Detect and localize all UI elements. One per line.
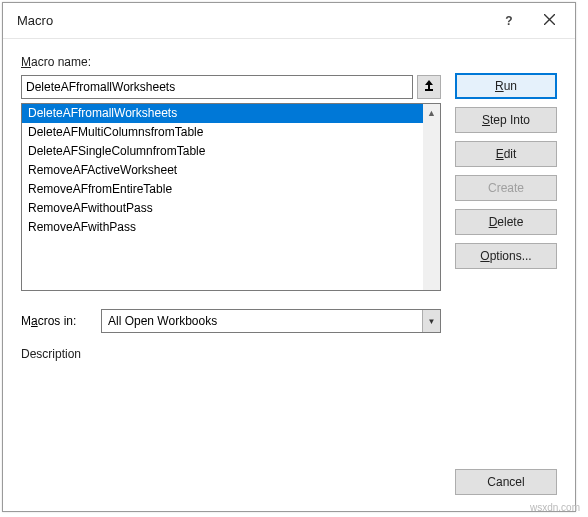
close-button[interactable] (529, 6, 569, 36)
close-icon (544, 14, 555, 28)
macro-listbox[interactable]: DeleteAFfromallWorksheets DeleteAFMultiC… (21, 103, 441, 291)
go-to-button[interactable] (417, 75, 441, 99)
macros-in-value: All Open Workbooks (102, 314, 422, 328)
macro-dialog: Macro ? Macro name: DeleteA (2, 2, 576, 512)
run-button[interactable]: Run (455, 73, 557, 99)
help-icon: ? (505, 14, 512, 28)
list-item[interactable]: RemoveAFfromEntireTable (22, 180, 423, 199)
description-label: Description (21, 347, 441, 361)
scrollbar-up-arrow-icon[interactable]: ▲ (423, 104, 440, 121)
list-item[interactable]: RemoveAFwithPass (22, 218, 423, 237)
dialog-body: Macro name: DeleteAFfromallWorksheets De… (3, 39, 575, 459)
list-item[interactable]: DeleteAFMultiColumnsfromTable (22, 123, 423, 142)
help-button[interactable]: ? (489, 6, 529, 36)
delete-button[interactable]: Delete (455, 209, 557, 235)
macros-in-select[interactable]: All Open Workbooks ▼ (101, 309, 441, 333)
list-item[interactable]: DeleteAFSingleColumnfromTable (22, 142, 423, 161)
macro-list-inner: DeleteAFfromallWorksheets DeleteAFMultiC… (22, 104, 423, 290)
macro-name-label: Macro name: (21, 55, 441, 69)
titlebar: Macro ? (3, 3, 575, 39)
step-into-button[interactable]: Step Into (455, 107, 557, 133)
list-item[interactable]: RemoveAFwithoutPass (22, 199, 423, 218)
macro-name-row (21, 75, 441, 99)
scrollbar[interactable]: ▲ (423, 104, 440, 290)
up-arrow-icon (424, 80, 434, 95)
chevron-down-icon[interactable]: ▼ (422, 310, 440, 332)
dialog-footer: Cancel (3, 459, 575, 511)
list-item[interactable]: RemoveAFActiveWorksheet (22, 161, 423, 180)
dialog-title: Macro (17, 13, 489, 28)
macros-in-row: Macros in: All Open Workbooks ▼ (21, 309, 441, 333)
create-button: Create (455, 175, 557, 201)
macro-name-input[interactable] (21, 75, 413, 99)
right-button-panel: Run Step Into Edit Create Delete Options… (455, 55, 557, 447)
left-panel: Macro name: DeleteAFfromallWorksheets De… (21, 55, 441, 447)
edit-button[interactable]: Edit (455, 141, 557, 167)
cancel-button[interactable]: Cancel (455, 469, 557, 495)
options-button[interactable]: Options... (455, 243, 557, 269)
macros-in-label: Macros in: (21, 314, 91, 328)
list-item[interactable]: DeleteAFfromallWorksheets (22, 104, 423, 123)
watermark: wsxdn.com (530, 502, 580, 513)
